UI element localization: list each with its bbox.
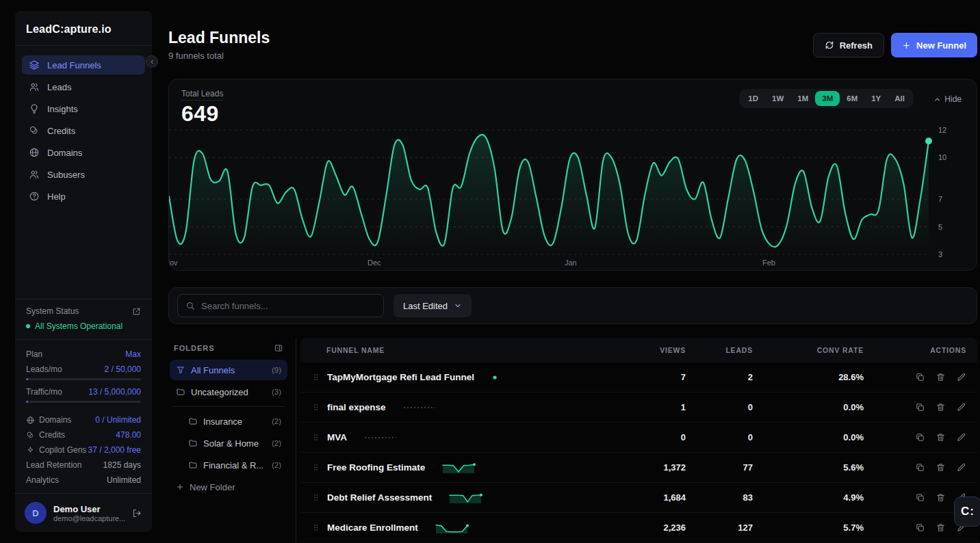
page-subtitle: 9 funnels total: [168, 51, 270, 61]
globe-icon: [29, 147, 40, 158]
capture-widget-button[interactable]: C:: [954, 496, 980, 527]
trash-icon[interactable]: [936, 402, 946, 412]
drag-handle-icon[interactable]: [311, 493, 320, 502]
drag-handle-icon[interactable]: [311, 523, 320, 532]
range-pill-1w[interactable]: 1W: [765, 91, 790, 106]
trash-icon[interactable]: [936, 462, 946, 473]
column-header-leads[interactable]: LEADS: [686, 346, 761, 354]
sidebar-item-lead-funnels[interactable]: Lead Funnels: [22, 55, 145, 75]
folder-item-insurance[interactable]: Insurance (2): [182, 411, 287, 432]
funnel-name: MVA: [327, 432, 347, 442]
funnel-row-debt-relief-assessment[interactable]: Debt Relief Assessment 1,684 83 4.9%: [300, 483, 977, 513]
duplicate-icon[interactable]: [915, 432, 925, 442]
range-pill-1y[interactable]: 1Y: [864, 91, 888, 106]
svg-text:7: 7: [938, 195, 942, 203]
x-axis-label: Feb: [762, 259, 775, 267]
funnel-conv-rate: 5.6%: [761, 462, 891, 473]
folder-item-all-funnels[interactable]: All Funnels (9): [170, 360, 287, 380]
search-input[interactable]: [201, 301, 376, 311]
pencil-icon[interactable]: [956, 372, 966, 382]
plan-label: Copilot Gens: [39, 445, 86, 455]
user-block[interactable]: D Demo User demo@leadcapture....: [15, 493, 152, 532]
drag-handle-icon[interactable]: [311, 463, 320, 472]
range-pill-all[interactable]: All: [888, 91, 912, 106]
folder-icon: [188, 416, 198, 426]
plan-label: Lead Retention: [26, 460, 81, 470]
search-box[interactable]: [177, 294, 384, 317]
collapse-panel-icon[interactable]: [274, 343, 283, 353]
sidebar-item-domains[interactable]: Domains: [22, 143, 145, 162]
x-axis-label: Nov: [168, 259, 178, 267]
sidebar-nav: Lead Funnels Leads Insights Credits Doma…: [15, 46, 152, 299]
plan-label: Domains: [39, 415, 71, 425]
leads-line-chart: 12 10 7 5 3: [169, 127, 977, 257]
funnel-row-medicare-enrollment[interactable]: Medicare Enrollment 2,236 127 5.7%: [300, 513, 977, 543]
folder-icon: [188, 438, 198, 448]
duplicate-icon[interactable]: [915, 492, 925, 503]
trash-icon[interactable]: [936, 522, 946, 533]
column-header-conv-rate[interactable]: CONV RATE: [761, 346, 891, 354]
drag-handle-icon[interactable]: [311, 373, 320, 382]
pencil-icon[interactable]: [956, 462, 966, 473]
funnel-conv-rate: 0.0%: [761, 402, 891, 412]
sidebar-item-credits[interactable]: Credits: [22, 121, 145, 140]
sparkline-flat: [402, 401, 441, 414]
plan-row-analytics: Analytics Unlimited: [26, 473, 141, 488]
duplicate-icon[interactable]: [915, 522, 925, 533]
funnel-row-tapmymortgage-refi-lead-funnel[interactable]: TapMyMortgage Refi Lead Funnel 7 2 28.6%: [300, 362, 977, 393]
sidebar: LeadC:apture.io Lead Funnels Leads Insig…: [15, 11, 152, 532]
table-body: TapMyMortgage Refi Lead Funnel 7 2 28.6%…: [300, 362, 977, 543]
hide-chart-button[interactable]: Hide: [933, 94, 962, 104]
folders-list: All Funnels (9) Uncategorized (3) Insura…: [170, 360, 287, 475]
folder-item-solar-home[interactable]: Solar & Home (2): [182, 433, 287, 453]
trash-icon[interactable]: [936, 372, 946, 382]
plus-icon: [902, 41, 911, 50]
plan-value: 0 / Unlimited: [95, 415, 141, 425]
folder-item-financial-r[interactable]: Financial & R... (2): [182, 455, 287, 475]
duplicate-icon[interactable]: [915, 402, 925, 412]
drag-handle-icon[interactable]: [311, 433, 320, 442]
sidebar-collapse-button[interactable]: [146, 55, 158, 68]
duplicate-icon[interactable]: [915, 462, 925, 473]
sidebar-item-subusers[interactable]: Subusers: [22, 165, 145, 184]
range-pill-6m[interactable]: 6M: [840, 91, 864, 106]
range-pill-1d[interactable]: 1D: [741, 91, 765, 106]
funnel-row-final-expense[interactable]: final expense 1 0 0.0%: [300, 393, 977, 423]
folder-item-uncategorized[interactable]: Uncategorized (3): [170, 382, 287, 402]
sidebar-item-leads[interactable]: Leads: [22, 77, 145, 96]
trash-icon[interactable]: [936, 432, 946, 442]
sidebar-item-label: Insights: [47, 104, 78, 114]
drag-handle-icon[interactable]: [311, 403, 320, 412]
range-pill-1m[interactable]: 1M: [790, 91, 815, 106]
new-funnel-button[interactable]: New Funnel: [891, 33, 977, 57]
users-icon: [29, 81, 40, 92]
column-header-actions[interactable]: ACTIONS: [891, 346, 966, 354]
sort-dropdown[interactable]: Last Edited: [394, 294, 472, 317]
sidebar-item-insights[interactable]: Insights: [22, 99, 145, 118]
table-header: FUNNEL NAME VIEWS LEADS CONV RATE ACTION…: [300, 338, 977, 362]
plan-progress-bar: [26, 378, 141, 380]
trash-icon[interactable]: [936, 492, 946, 503]
duplicate-icon[interactable]: [915, 372, 925, 382]
funnel-row-mva[interactable]: MVA 0 0 0.0%: [300, 423, 977, 453]
plan-row-plan: Plan Max: [26, 347, 141, 362]
sidebar-item-help[interactable]: Help: [22, 187, 145, 206]
external-link-icon[interactable]: [132, 307, 141, 316]
pencil-icon[interactable]: [956, 402, 966, 412]
funnel-views: 1,372: [610, 462, 686, 473]
refresh-button[interactable]: Refresh: [813, 33, 884, 57]
pencil-icon[interactable]: [956, 432, 966, 442]
search-icon: [185, 301, 195, 310]
new-folder-button[interactable]: New Folder: [170, 477, 287, 497]
funnel-conv-rate: 4.9%: [761, 492, 891, 503]
logout-icon[interactable]: [132, 508, 142, 518]
funnel-row-free-roofing-estimate[interactable]: Free Roofing Estimate 1,372 77 5.6%: [300, 453, 977, 483]
column-header-funnel-name[interactable]: FUNNEL NAME: [311, 346, 610, 354]
sidebar-item-label: Lead Funnels: [47, 60, 101, 70]
folder-label: All Funnels: [191, 365, 235, 375]
search-toolbar: Last Edited: [168, 287, 977, 324]
x-axis-label: Dec: [368, 259, 381, 267]
funnel-leads: 77: [686, 462, 761, 473]
column-header-views[interactable]: VIEWS: [610, 346, 686, 354]
range-pill-3m[interactable]: 3M: [815, 91, 840, 106]
